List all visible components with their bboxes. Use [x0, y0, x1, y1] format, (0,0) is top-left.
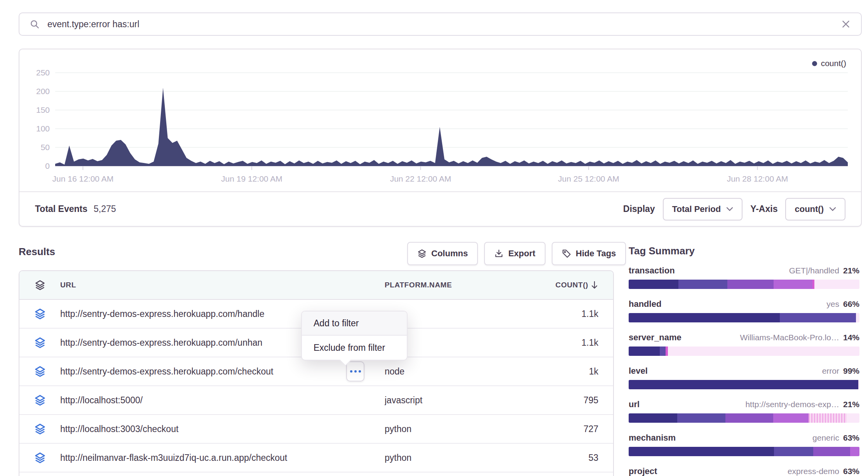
tag-icon [562, 249, 571, 258]
results-toolbar: Columns Export Hide Tags [407, 242, 626, 265]
events-chart-panel: 050100150200250Jun 16 12:00 AMJun 19 12:… [19, 49, 862, 227]
tag-top-value: generic [812, 433, 839, 443]
yaxis-select-value: count() [795, 204, 824, 214]
display-select-value: Total Period [672, 204, 721, 214]
tag-list: transaction GET|/handled 21% handled yes… [629, 266, 859, 476]
stack-icon[interactable] [34, 423, 46, 435]
table-row: http://neilmanvar-flask-m3uuizd7iq-uc.a.… [19, 444, 613, 472]
columns-button[interactable]: Columns [407, 242, 478, 265]
tag-distribution-bar[interactable] [629, 447, 859, 456]
exclude-from-filter-item[interactable]: Exclude from filter [302, 336, 407, 360]
svg-text:100: 100 [36, 124, 50, 133]
tag-summary: Tag Summary transaction GET|/handled 21%… [629, 245, 859, 476]
tag-row: url http://sentry-demos-exp… 21% [629, 399, 859, 423]
tag-name: server_name [629, 332, 682, 343]
tag-percent: 99% [843, 366, 859, 376]
column-header-count[interactable]: COUNT() [552, 281, 613, 289]
platform-cell: python [385, 424, 552, 434]
results-table: URL PLATFORM.NAME COUNT() http://sentry-… [19, 270, 614, 476]
export-button[interactable]: Export [484, 242, 546, 265]
count-cell: 795 [552, 395, 613, 406]
url-cell: http://localhost:5000/ [60, 395, 385, 406]
tag-name: mechanism [629, 433, 676, 443]
svg-text:Jun 19 12:00 AM: Jun 19 12:00 AM [221, 174, 282, 183]
tag-distribution-bar[interactable] [629, 313, 859, 322]
stack-icon [417, 249, 427, 258]
svg-text:50: 50 [41, 143, 50, 152]
svg-text:250: 250 [36, 68, 50, 77]
count-legend-label: count() [821, 59, 846, 68]
yaxis-select[interactable]: count() [785, 198, 845, 220]
tag-top-value: Williams-MacBook-Pro.lo… [740, 333, 839, 342]
cell-actions-button[interactable] [346, 361, 364, 382]
search-bar [19, 12, 862, 36]
chart-svg: 050100150200250Jun 16 12:00 AMJun 19 12:… [19, 49, 861, 191]
svg-text:Jun 25 12:00 AM: Jun 25 12:00 AM [558, 174, 619, 183]
sort-desc-icon [591, 281, 598, 289]
tag-top-value: yes [826, 299, 839, 309]
table-header-row: URL PLATFORM.NAME COUNT() [19, 271, 613, 300]
search-input[interactable] [47, 19, 841, 30]
download-icon [494, 249, 504, 258]
stack-icon [35, 280, 45, 290]
tag-name: handled [629, 299, 661, 309]
tag-row: mechanism generic 63% [629, 433, 859, 456]
tag-row: level error 99% [629, 366, 859, 389]
platform-cell: node [385, 366, 552, 377]
hide-tags-button[interactable]: Hide Tags [552, 242, 626, 265]
tag-distribution-bar[interactable] [629, 280, 859, 289]
display-select[interactable]: Total Period [663, 198, 743, 220]
tag-top-value: GET|/handled [789, 266, 839, 275]
count-cell: 53 [552, 453, 613, 463]
add-to-filter-item[interactable]: Add to filter [302, 312, 407, 336]
tag-row: server_name Williams-MacBook-Pro.lo… 14% [629, 332, 859, 356]
chart-footer: Total Events 5,275 Display Total Period … [19, 191, 861, 226]
chart-legend: count() [812, 59, 846, 68]
tag-distribution-bar[interactable] [629, 380, 859, 389]
tag-percent: 21% [843, 266, 859, 275]
tag-percent: 63% [843, 433, 859, 443]
table-row: http://sentry-demos-express.herokuapp.co… [19, 357, 613, 386]
tag-distribution-bar[interactable] [629, 346, 859, 356]
stack-icon[interactable] [34, 452, 46, 464]
svg-text:0: 0 [45, 161, 50, 170]
column-header-platform[interactable]: PLATFORM.NAME [385, 281, 552, 289]
export-button-label: Export [508, 248, 535, 259]
yaxis-label: Y-Axis [750, 204, 777, 214]
url-cell: http://sentry-demos-express.herokuapp.co… [60, 366, 385, 377]
tag-name: project [629, 466, 657, 476]
column-header-url[interactable]: URL [60, 281, 385, 289]
columns-button-label: Columns [431, 248, 468, 259]
tag-summary-heading: Tag Summary [629, 245, 859, 257]
platform-cell: python [385, 453, 552, 463]
tag-percent: 21% [843, 400, 859, 409]
tag-percent: 63% [843, 467, 859, 476]
chevron-down-icon [726, 207, 733, 212]
table-row: http://localhost:3003/checkout python 72… [19, 415, 613, 444]
count-cell: 1k [552, 366, 613, 377]
url-cell: http://neilmanvar-flask-m3uuizd7iq-uc.a.… [60, 453, 385, 463]
total-events-label: Total Events [35, 204, 87, 214]
tag-row: handled yes 66% [629, 299, 859, 322]
svg-text:Jun 16 12:00 AM: Jun 16 12:00 AM [52, 174, 114, 183]
count-cell: 727 [552, 424, 613, 434]
stack-icon[interactable] [34, 366, 46, 377]
cell-actions-menu: Add to filter Exclude from filter [301, 311, 408, 360]
tag-percent: 66% [843, 299, 859, 309]
table-row: http://localhost:5000/ javascript 795 [19, 386, 613, 415]
svg-text:200: 200 [36, 87, 50, 96]
tag-row: transaction GET|/handled 21% [629, 266, 859, 289]
clear-search-icon[interactable] [841, 19, 851, 29]
chevron-down-icon [829, 207, 836, 212]
svg-text:150: 150 [36, 105, 50, 114]
search-icon [30, 19, 40, 29]
count-cell: 1.1k [552, 309, 613, 319]
tag-name: level [629, 366, 648, 376]
tag-distribution-bar[interactable] [629, 413, 859, 423]
stack-icon[interactable] [34, 337, 46, 348]
tag-name: url [629, 399, 640, 410]
stack-icon[interactable] [34, 394, 46, 406]
stack-icon[interactable] [34, 308, 46, 320]
tag-top-value: error [822, 366, 839, 376]
total-events-value: 5,275 [94, 204, 116, 214]
